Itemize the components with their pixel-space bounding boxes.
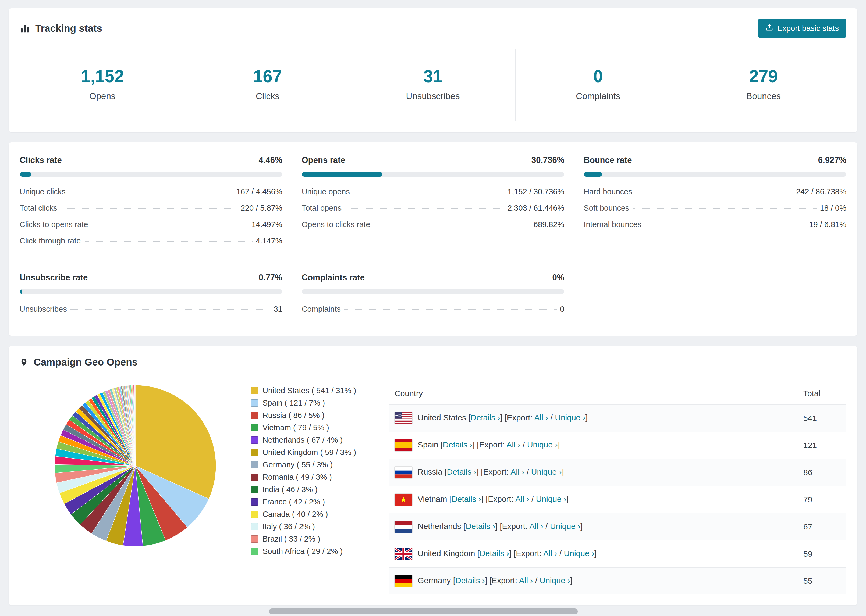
export-all-link[interactable]: All ›	[529, 522, 543, 531]
rate-stat-row: Internal bounces19 / 6.81%	[584, 216, 846, 233]
export-basic-stats-button[interactable]: Export basic stats	[758, 19, 846, 38]
rate-stat-row: Unique opens1,152 / 30.736%	[302, 184, 565, 200]
dotted-leader	[84, 241, 252, 242]
geo-legend: United States ( 541 / 31% )Spain ( 121 /…	[251, 382, 377, 559]
geo-content: United States ( 541 / 31% )Spain ( 121 /…	[20, 382, 846, 594]
legend-item-italy[interactable]: Italy ( 36 / 2% )	[251, 522, 377, 531]
flag-ru-icon	[395, 467, 412, 478]
geo-table-row-united-kingdom: United Kingdom [Details ›] [Export: All …	[389, 541, 846, 567]
export-unique-link[interactable]: Unique ›	[540, 576, 570, 585]
details-link[interactable]: Details ›	[455, 576, 485, 585]
rate-stat-label: Total opens	[302, 204, 342, 212]
export-all-link[interactable]: All ›	[506, 440, 520, 449]
export-all-link[interactable]: All ›	[534, 413, 548, 422]
rate-panel-opens-rate: Opens rate30.736%Unique opens1,152 / 30.…	[302, 156, 565, 249]
stat-label: Unsubscribes	[353, 91, 513, 101]
rate-stat-value: 19 / 6.81%	[809, 220, 846, 229]
stat-value: 279	[684, 66, 843, 86]
legend-item-germany[interactable]: Germany ( 55 / 3% )	[251, 460, 377, 469]
legend-item-south-africa[interactable]: South Africa ( 29 / 2% )	[251, 547, 377, 556]
rate-stat-value: 167 / 4.456%	[236, 187, 282, 196]
rate-panel-complaints-rate: Complaints rate0%Complaints0	[302, 273, 565, 317]
details-link[interactable]: Details ›	[471, 413, 500, 422]
rate-value: 6.927%	[818, 156, 846, 165]
legend-item-russia[interactable]: Russia ( 86 / 5% )	[251, 411, 377, 420]
country-name: Germany	[418, 576, 453, 585]
legend-item-united-states[interactable]: United States ( 541 / 31% )	[251, 386, 377, 395]
dotted-leader	[60, 208, 238, 209]
legend-label: Brazil ( 33 / 2% )	[263, 534, 320, 544]
progress-bar-fill	[584, 172, 602, 177]
legend-label: Canada ( 40 / 2% )	[263, 510, 328, 519]
export-all-link[interactable]: All ›	[515, 495, 529, 503]
legend-swatch	[251, 449, 258, 456]
details-link[interactable]: Details ›	[447, 467, 476, 476]
export-all-link[interactable]: All ›	[519, 576, 533, 585]
rate-rows: Hard bounces242 / 86.738%Soft bounces18 …	[584, 184, 846, 233]
export-all-link[interactable]: All ›	[543, 549, 557, 558]
legend-item-spain[interactable]: Spain ( 121 / 7% )	[251, 399, 377, 407]
rate-stat-row: Total opens2,303 / 61.446%	[302, 200, 565, 216]
geo-table: Country Total United States [Details ›] …	[389, 382, 846, 594]
slash: /	[533, 576, 540, 585]
rates-card: Clicks rate4.46%Unique clicks167 / 4.456…	[9, 142, 857, 336]
rate-stat-value: 0	[560, 305, 564, 314]
geo-pie-chart[interactable]	[52, 382, 219, 549]
export-all-link[interactable]: All ›	[510, 467, 524, 476]
dotted-leader	[353, 192, 504, 192]
legend-item-romania[interactable]: Romania ( 49 / 3% )	[251, 473, 377, 482]
slash: /	[543, 522, 550, 531]
rate-stat-row: Total clicks220 / 5.87%	[20, 200, 282, 216]
export-button-label: Export basic stats	[777, 24, 839, 33]
slash: /	[548, 413, 555, 422]
stat-box-bounces: 279Bounces	[681, 49, 846, 121]
rate-value: 30.736%	[531, 156, 564, 165]
rate-title: Bounce rate	[584, 156, 632, 165]
bracket: ]	[594, 549, 597, 558]
country-column-header: Country	[389, 382, 798, 405]
export-unique-link[interactable]: Unique ›	[550, 522, 580, 531]
stat-value: 167	[188, 66, 347, 86]
details-link[interactable]: Details ›	[452, 495, 481, 503]
stat-label: Clicks	[188, 91, 347, 101]
flag-gb-icon	[395, 548, 412, 560]
progress-bar	[302, 172, 565, 177]
stat-box-clicks: 167Clicks	[185, 49, 350, 121]
legend-label: South Africa ( 29 / 2% )	[263, 547, 343, 556]
bracket: [	[477, 549, 480, 558]
dotted-leader	[69, 192, 233, 192]
details-link[interactable]: Details ›	[443, 440, 472, 449]
legend-item-netherlands[interactable]: Netherlands ( 67 / 4% )	[251, 436, 377, 445]
export-unique-link[interactable]: Unique ›	[555, 413, 585, 422]
export-unique-link[interactable]: Unique ›	[527, 440, 557, 449]
geo-pie-wrap	[20, 382, 251, 549]
geo-table-row-united-states: United States [Details ›] [Export: All ›…	[389, 405, 846, 432]
tracking-stats-title-text: Tracking stats	[35, 23, 102, 34]
rate-rows: Complaints0	[302, 301, 565, 317]
legend-item-united-kingdom[interactable]: United Kingdom ( 59 / 3% )	[251, 448, 377, 457]
dotted-leader	[344, 310, 557, 310]
geo-country-cell: Russia [Details ›] [Export: All › / Uniq…	[389, 459, 798, 486]
horizontal-scrollbar-thumb[interactable]	[269, 608, 578, 614]
legend-item-france[interactable]: France ( 42 / 2% )	[251, 498, 377, 506]
legend-swatch	[251, 473, 258, 481]
legend-item-vietnam[interactable]: Vietnam ( 79 / 5% )	[251, 423, 377, 432]
export-unique-link[interactable]: Unique ›	[564, 549, 594, 558]
rate-stat-value: 18 / 0%	[820, 204, 846, 212]
legend-swatch	[251, 399, 258, 407]
export-unique-link[interactable]: Unique ›	[531, 467, 562, 476]
progress-bar	[20, 289, 282, 294]
dotted-leader	[373, 225, 531, 225]
geo-opens-card: Campaign Geo Opens United States ( 541 /…	[9, 346, 857, 605]
rate-title: Clicks rate	[20, 156, 62, 165]
legend-item-canada[interactable]: Canada ( 40 / 2% )	[251, 510, 377, 519]
export-unique-link[interactable]: Unique ›	[536, 495, 567, 503]
slash: /	[524, 467, 531, 476]
rate-stat-value: 689.82%	[534, 220, 565, 229]
details-link[interactable]: Details ›	[480, 549, 509, 558]
details-link[interactable]: Details ›	[466, 522, 495, 531]
legend-item-india[interactable]: India ( 46 / 3% )	[251, 485, 377, 494]
rate-stat-value: 14.497%	[252, 220, 282, 229]
flag-us-icon	[395, 412, 412, 424]
legend-item-brazil[interactable]: Brazil ( 33 / 2% )	[251, 534, 377, 544]
